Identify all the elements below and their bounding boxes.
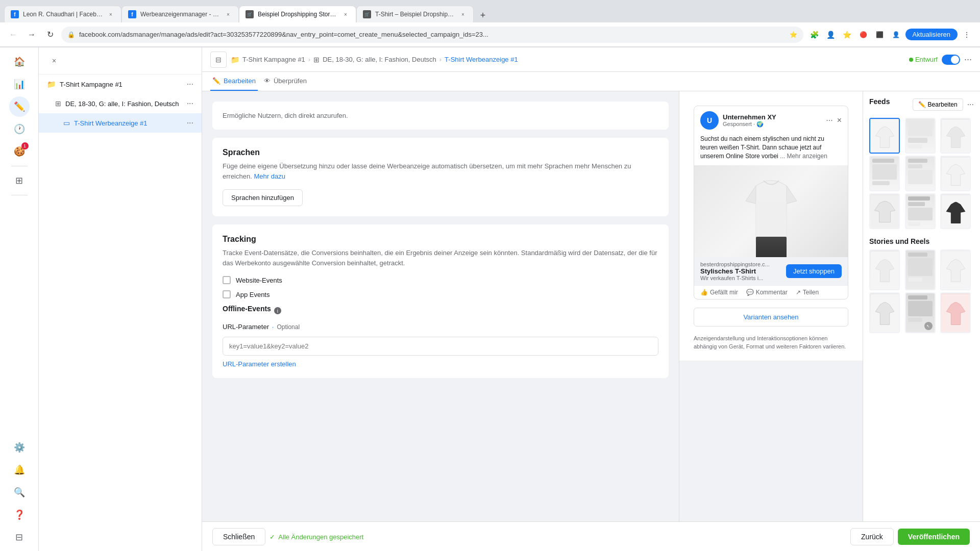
extension-3-icon[interactable]: 👤 xyxy=(889,28,903,42)
sidebar-home-icon[interactable]: 🏠 xyxy=(9,52,30,72)
breadcrumb-adset[interactable]: DE, 18-30, G: alle, I: Fashion, Deutsch xyxy=(323,56,436,63)
feed-thumb-1[interactable] xyxy=(869,118,900,154)
menu-icon[interactable]: ⋮ xyxy=(960,28,974,42)
browser-tab-4[interactable]: 🛒 T-Shirt – Beispiel Dropshippin... × xyxy=(356,6,474,22)
tracking-description: Tracke Event-Datensätze, die Conversions… xyxy=(223,248,658,268)
extensions-icon[interactable]: 🧩 xyxy=(807,28,822,42)
shop-now-button[interactable]: Jetzt shoppen xyxy=(786,264,842,278)
tab-close-3[interactable]: × xyxy=(341,10,350,18)
story-thumb-5[interactable]: ↖ xyxy=(905,292,936,333)
preview-more-button[interactable]: ··· xyxy=(826,116,832,125)
comment-label: Kommentar xyxy=(756,289,788,296)
feed-thumb-4[interactable] xyxy=(869,156,900,191)
intro-section: Ermögliche Nutzern, dich direkt anzurufe… xyxy=(212,102,669,130)
collapse-panel-button[interactable]: ⊟ xyxy=(210,52,227,68)
tab-close-2[interactable]: × xyxy=(224,10,232,18)
feed-thumb-7[interactable] xyxy=(869,193,900,229)
status-dot xyxy=(909,58,913,62)
bookmark-icon[interactable]: ⭐ xyxy=(840,28,854,42)
back-nav-button[interactable]: ← xyxy=(6,28,20,42)
sidebar-nav: 🏠 📊 ✏️ 🕐 🍪 1 ⊞ ⚙️ 🔔 🔍 ❓ ⊟ xyxy=(0,47,39,551)
website-events-label: Website-Events xyxy=(236,277,282,284)
feed-thumb-2[interactable] xyxy=(905,118,936,154)
feed-thumb-5[interactable] xyxy=(905,156,936,191)
breadcrumb-campaign[interactable]: T-Shirt Kampagne #1 xyxy=(242,56,305,63)
comment-button[interactable]: 💬 Kommentar xyxy=(746,289,788,296)
tab-close-1[interactable]: × xyxy=(107,10,115,18)
ad-preview-card: U Unternehmen XY Gesponsert · 🌍 ··· × Su… xyxy=(694,106,848,299)
feeds-more-button[interactable]: ··· xyxy=(967,100,974,109)
app-events-checkbox[interactable] xyxy=(223,290,231,298)
status-toggle[interactable] xyxy=(942,55,960,65)
sidebar-settings-icon[interactable]: ⚙️ xyxy=(9,437,30,458)
new-tab-button[interactable]: + xyxy=(476,8,490,22)
extension-2-icon[interactable]: ⬛ xyxy=(873,28,887,42)
story-thumb-3[interactable] xyxy=(940,249,971,290)
sidebar-help-icon[interactable]: ❓ xyxy=(9,505,30,525)
profile-icon[interactable]: 👤 xyxy=(824,28,838,42)
url-param-input[interactable] xyxy=(223,337,658,356)
breadcrumb-sep-2: › xyxy=(439,56,442,63)
campaign-item-adset[interactable]: ⊞ DE, 18-30, G: alle, I: Fashion, Deutsc… xyxy=(39,94,202,113)
browser-tab-2[interactable]: f Werbeanzeigenmanager - Wer... × xyxy=(121,6,239,22)
intro-text: Ermögliche Nutzern, dich direkt anzurufe… xyxy=(223,112,658,119)
forward-nav-button[interactable]: → xyxy=(24,28,39,42)
campaign-panel-close-button[interactable]: × xyxy=(47,54,61,68)
sidebar-search-icon[interactable]: 🔍 xyxy=(9,482,30,503)
feeds-grid xyxy=(869,118,974,229)
tab-edit[interactable]: ✏️ Bearbeiten xyxy=(210,72,258,91)
sidebar-table-icon[interactable]: ⊟ xyxy=(9,527,30,547)
browser-tab-1[interactable]: f Leon R. Chaudhari | Facebook × xyxy=(4,6,121,22)
campaign-item-label: T-Shirt Kampagne #1 xyxy=(60,81,183,88)
close-button[interactable]: Schließen xyxy=(212,528,265,545)
ad-item-more[interactable]: ··· xyxy=(187,118,193,128)
update-button[interactable]: Aktualisieren xyxy=(905,29,958,40)
content-area: Ermögliche Nutzern, dich direkt anzurufe… xyxy=(202,91,980,521)
story-thumb-1[interactable] xyxy=(869,249,900,290)
languages-title: Sprachen xyxy=(223,148,658,157)
sidebar-cookie-icon[interactable]: 🍪 1 xyxy=(9,141,30,162)
url-param-label: URL-Parameter xyxy=(223,323,269,331)
campaign-panel-header: × xyxy=(39,47,202,74)
topbar-more-button[interactable]: ··· xyxy=(964,54,972,65)
notification-badge: 1 xyxy=(21,142,29,149)
publish-button[interactable]: Veröffentlichen xyxy=(898,529,970,545)
url-param-create-link[interactable]: URL-Parameter erstellen xyxy=(223,360,296,368)
sidebar-history-icon[interactable]: 🕐 xyxy=(9,119,30,139)
feed-thumb-9[interactable] xyxy=(940,193,971,229)
campaign-item-ad[interactable]: ▭ T-Shirt Werbeanzeige #1 ··· xyxy=(39,113,202,133)
extension-1-icon[interactable]: 🔴 xyxy=(856,28,871,42)
bottom-bar: Schließen ✓ Alle Änderungen gespeichert … xyxy=(202,521,980,551)
feed-thumb-inner-2 xyxy=(906,119,935,153)
preview-close-button[interactable]: × xyxy=(837,116,842,125)
address-bar[interactable]: 🔒 facebook.com/adsmanager/manage/ads/edi… xyxy=(61,27,803,43)
feed-thumb-3[interactable] xyxy=(940,118,971,154)
varianten-button[interactable]: Varianten ansehen xyxy=(694,308,848,327)
browser-tab-3[interactable]: 🛒 Beispiel Dropshipping Store -... × xyxy=(239,6,356,22)
adset-item-more[interactable]: ··· xyxy=(187,99,193,108)
url-optional-badge: Optional xyxy=(277,323,300,331)
campaign-item-more-1[interactable]: ··· xyxy=(187,80,193,89)
sidebar-bell-icon[interactable]: 🔔 xyxy=(9,460,30,480)
tab-close-4[interactable]: × xyxy=(459,10,467,18)
feeds-edit-button[interactable]: ✏️ Bearbeiten xyxy=(913,98,963,111)
tab-review[interactable]: 👁 Überprüfen xyxy=(262,72,309,91)
campaign-item-campaign[interactable]: 📁 T-Shirt Kampagne #1 ··· xyxy=(39,74,202,94)
mehr-anzeigen-link[interactable]: ... Mehr anzeigen xyxy=(780,153,827,160)
add-language-button[interactable]: Sprachen hinzufügen xyxy=(223,189,303,206)
refresh-button[interactable]: ↻ xyxy=(43,28,57,42)
back-button[interactable]: Zurück xyxy=(850,528,894,545)
sidebar-grid-icon[interactable]: ⊞ xyxy=(9,170,30,191)
story-thumb-6[interactable] xyxy=(940,292,971,333)
feed-thumb-6[interactable] xyxy=(940,156,971,191)
languages-more-link[interactable]: Mehr dazu xyxy=(254,172,285,180)
feed-thumb-8[interactable] xyxy=(905,193,936,229)
like-button[interactable]: 👍 Gefällt mir xyxy=(700,289,738,296)
story-thumb-2[interactable] xyxy=(905,249,936,290)
sidebar-edit-icon[interactable]: ✏️ xyxy=(9,96,30,117)
offline-events-info-icon[interactable]: i xyxy=(274,307,281,314)
website-events-checkbox[interactable] xyxy=(223,276,231,284)
sidebar-chart-icon[interactable]: 📊 xyxy=(9,74,30,94)
share-button[interactable]: ↗ Teilen xyxy=(796,289,819,296)
story-thumb-4[interactable] xyxy=(869,292,900,333)
